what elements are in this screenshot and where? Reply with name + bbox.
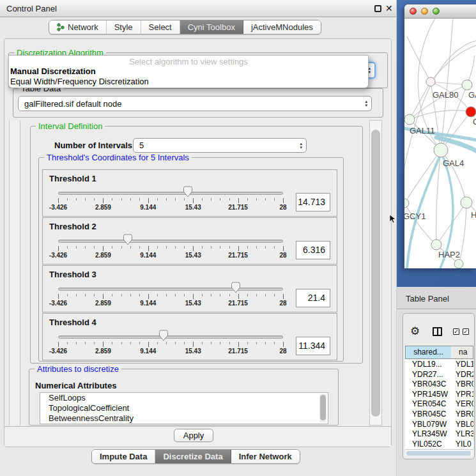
- table-cell-name[interactable]: YDR2: [456, 370, 473, 379]
- threshold-4-panel: Threshold 4 11.344 -3.4262.8599.14415.43…: [42, 313, 337, 360]
- table-cell-name[interactable]: YBR0: [456, 410, 473, 418]
- network-node[interactable]: [404, 199, 409, 208]
- number-of-intervals-label: Number of Intervals: [54, 141, 132, 150]
- table-cell-name[interactable]: YBR0: [456, 380, 473, 388]
- slider-tick-label: -3.426: [49, 348, 67, 355]
- network-node[interactable]: [404, 114, 415, 125]
- slider-thumb[interactable]: [123, 234, 133, 245]
- network-edge: [404, 203, 436, 245]
- table-row[interactable]: YLR345WYLR3: [405, 429, 473, 439]
- network-node[interactable]: [426, 77, 435, 86]
- table-data-combobox[interactable]: galFiltered.sif default node: [18, 96, 372, 111]
- table-cell-name[interactable]: YDL1: [456, 360, 473, 369]
- table-cell-name[interactable]: YER0: [456, 399, 473, 408]
- float-window-icon[interactable]: [374, 5, 381, 12]
- attribute-list-item[interactable]: TopologicalCoefficient: [40, 403, 328, 413]
- numerical-attributes-list[interactable]: SelfLoopsTopologicalCoefficientBetweenne…: [40, 392, 328, 424]
- popup-header: Select algorithm to view settings: [9, 57, 368, 66]
- split-table-icon[interactable]: [433, 327, 442, 336]
- slider-track[interactable]: [58, 240, 283, 243]
- table-row[interactable]: YBL079WYBL0: [405, 419, 473, 429]
- threshold-4-value-field[interactable]: 11.344: [296, 337, 330, 355]
- table-horizontal-scrollbar[interactable]: [405, 449, 473, 456]
- tab-style[interactable]: Style: [107, 20, 141, 34]
- slider-tick-label: 21.715: [228, 252, 248, 259]
- zoom-traffic-light-icon[interactable]: [433, 8, 440, 15]
- table-cell-shared-name[interactable]: YBL079W: [412, 420, 447, 429]
- close-icon[interactable]: ✕: [385, 3, 393, 13]
- table-cell-name[interactable]: YLR3: [456, 429, 473, 438]
- table-cell-shared-name[interactable]: YIL052C: [412, 440, 442, 449]
- table-cell-shared-name[interactable]: YPR145W: [412, 390, 448, 399]
- network-node-label: HAP2: [438, 250, 460, 259]
- column-header-name[interactable]: na: [451, 346, 473, 359]
- table-cell-shared-name[interactable]: YER054C: [412, 399, 446, 408]
- network-node[interactable]: [454, 259, 463, 268]
- network-node-label: H: [471, 210, 476, 220]
- table-cell-name[interactable]: YBL0: [456, 420, 473, 429]
- network-window-titlebar[interactable]: [404, 4, 476, 19]
- network-node[interactable]: [462, 80, 472, 90]
- network-canvas[interactable]: GAL80GACGAL11GAL4GCY1HHAP2: [404, 19, 476, 268]
- gear-icon[interactable]: ⚙: [410, 325, 420, 338]
- slider-track[interactable]: [58, 288, 283, 291]
- popup-item-manual-discretization[interactable]: Manual Discretization: [10, 66, 368, 76]
- control-panel-titlebar: Control Panel ✕: [0, 0, 396, 17]
- tab-jactivemnodules[interactable]: jActiveMNodules: [243, 20, 321, 34]
- network-edge: [404, 40, 476, 186]
- network-node[interactable]: [434, 143, 448, 157]
- apply-button[interactable]: Apply: [174, 429, 213, 442]
- tab-discretize-data[interactable]: Discretize Data: [155, 450, 231, 463]
- checkbox-icon[interactable]: ✓: [453, 328, 459, 335]
- popup-item-equal-width-frequency[interactable]: Equal Width/Frequency Discretization: [10, 77, 368, 86]
- table-row[interactable]: YPR145WYPR1: [405, 389, 473, 399]
- checkbox-icon[interactable]: ✓: [463, 328, 469, 335]
- table-cell-shared-name[interactable]: YLR345W: [412, 429, 447, 438]
- combo-stepper-icon: [365, 100, 367, 107]
- network-node[interactable]: [461, 197, 472, 208]
- threshold-4-label: Threshold 4: [49, 318, 96, 327]
- table-row[interactable]: YBR045CYBR0: [405, 409, 473, 419]
- number-of-intervals-combobox[interactable]: 5: [133, 138, 307, 153]
- number-of-intervals-value: 5: [139, 141, 144, 150]
- slider-tick-label: 2.859: [95, 252, 111, 259]
- slider-thumb[interactable]: [231, 282, 241, 293]
- threshold-2-value-field[interactable]: 6.316: [296, 241, 330, 259]
- table-horizontal-scrollbar-thumb[interactable]: [406, 451, 471, 456]
- numerical-attributes-label: Numerical Attributes: [35, 381, 116, 390]
- slider-tick-label: 15.43: [185, 204, 201, 211]
- threshold-2-label: Threshold 2: [49, 222, 96, 231]
- table-row[interactable]: YER054CYER0: [405, 399, 473, 409]
- table-cell-shared-name[interactable]: YBR043C: [412, 380, 446, 388]
- tab-impute-data[interactable]: Impute Data: [92, 450, 155, 463]
- slider-thumb[interactable]: [183, 186, 193, 197]
- network-node[interactable]: [466, 107, 476, 117]
- tab-cyni-toolbox[interactable]: Cyni Toolbox: [180, 20, 243, 34]
- network-node-label: GAL80: [433, 90, 458, 100]
- tab-infer-network[interactable]: Infer Network: [231, 450, 300, 463]
- threshold-1-value-field[interactable]: 14.713: [296, 193, 330, 211]
- table-row[interactable]: YDR27...YDR2: [405, 369, 473, 380]
- tab-select[interactable]: Select: [141, 20, 180, 34]
- threshold-3-value-field[interactable]: 21.4: [296, 289, 330, 307]
- column-header-shared[interactable]: shared...: [405, 346, 452, 359]
- slider-thumb[interactable]: [159, 330, 169, 341]
- table-cell-shared-name[interactable]: YDL19...: [412, 360, 442, 369]
- table-cell-name[interactable]: YIL0: [456, 440, 472, 449]
- table-cell-shared-name[interactable]: YBR045C: [412, 410, 446, 418]
- network-node[interactable]: [431, 240, 441, 250]
- minimize-traffic-light-icon[interactable]: [421, 8, 428, 15]
- table-row[interactable]: YDL19...YDL1: [405, 359, 473, 369]
- table-cell-name[interactable]: YPR1: [456, 390, 473, 399]
- attribute-list-item[interactable]: BetweennessCentrality: [40, 413, 328, 424]
- close-traffic-light-icon[interactable]: [410, 8, 417, 15]
- slider-track[interactable]: [58, 192, 283, 195]
- slider-track[interactable]: [58, 335, 283, 339]
- attributes-list-scrollbar[interactable]: [319, 394, 326, 422]
- tab-network[interactable]: Network: [49, 20, 107, 34]
- table-row[interactable]: YBR043CYBR0: [405, 379, 473, 389]
- attribute-list-item[interactable]: SelfLoops: [40, 393, 328, 403]
- table-row[interactable]: YIL052CYIL0: [405, 439, 473, 449]
- settings-vertical-scrollbar-thumb[interactable]: [371, 130, 380, 417]
- table-cell-shared-name[interactable]: YDR27...: [412, 370, 443, 379]
